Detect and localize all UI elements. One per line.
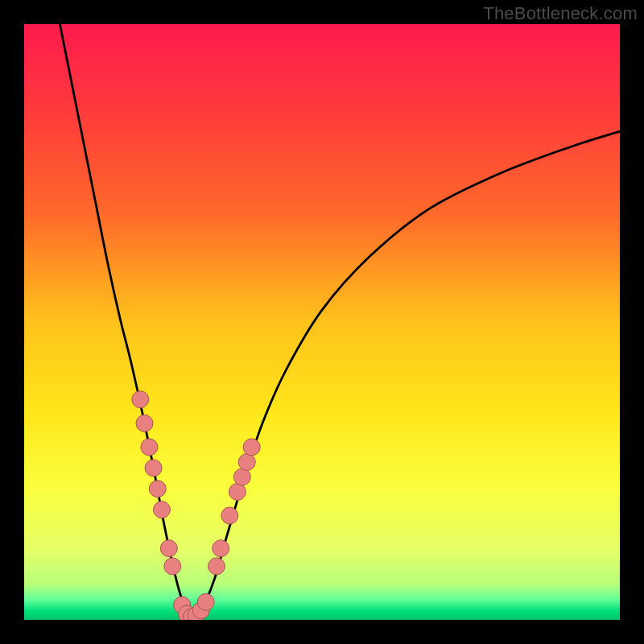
chart-container: TheBottleneck.com <box>0 0 644 644</box>
curve-marker <box>164 558 181 575</box>
curve-marker <box>233 469 250 485</box>
curve-marker <box>208 558 225 575</box>
curve-marker <box>132 391 149 408</box>
curve-marker <box>136 415 153 431</box>
curve-marker <box>197 593 214 610</box>
curve-marker <box>221 507 238 524</box>
curve-marker <box>145 460 162 477</box>
curve-marker <box>141 439 158 456</box>
watermark-text: TheBottleneck.com <box>483 3 638 24</box>
curve-marker <box>229 483 246 500</box>
plot-area <box>24 24 620 620</box>
curve-marker <box>238 453 255 470</box>
curve-marker <box>149 481 166 497</box>
plot-svg <box>24 24 620 620</box>
curve-marker <box>213 540 229 557</box>
gradient-background <box>24 24 620 620</box>
curve-marker <box>160 540 177 557</box>
curve-marker <box>153 502 170 518</box>
curve-marker <box>243 439 260 456</box>
